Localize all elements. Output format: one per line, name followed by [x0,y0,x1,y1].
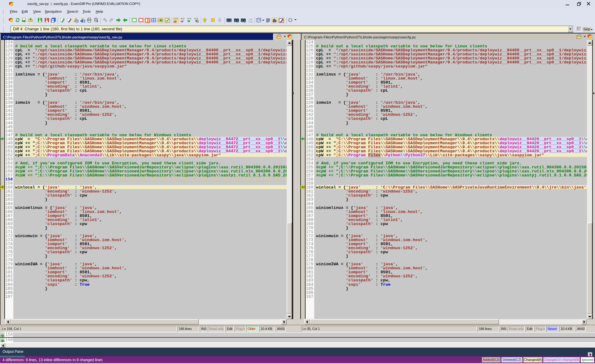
svg-text:AB: AB [249,20,253,23]
